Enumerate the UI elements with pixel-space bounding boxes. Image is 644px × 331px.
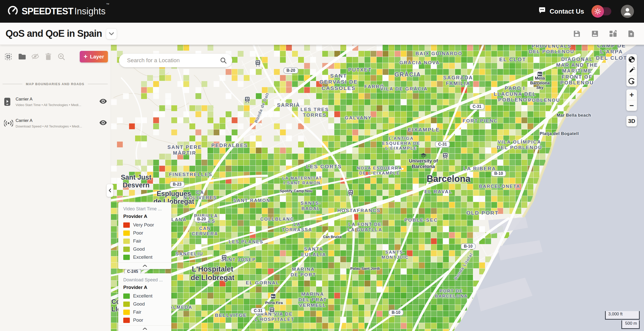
add-map-selection-icon bbox=[5, 53, 12, 60]
legend-swatch bbox=[123, 222, 130, 228]
map-area: SANTGERVASI DECASSOLESPUTXETFARRÓGRÀCIAG… bbox=[111, 45, 644, 331]
legend-swatch bbox=[123, 302, 130, 307]
legend-swatch bbox=[123, 310, 130, 315]
save-icon bbox=[573, 30, 581, 38]
file-export-icon bbox=[628, 30, 634, 38]
zoom-to-layer-icon bbox=[58, 53, 65, 60]
layout-expand-icon bbox=[609, 30, 617, 38]
brand-trademark: ™ bbox=[106, 3, 109, 6]
location-search bbox=[119, 54, 232, 67]
legend-collapse-button[interactable] bbox=[118, 325, 171, 331]
select-area-button[interactable] bbox=[626, 76, 637, 86]
legend-swatch bbox=[123, 318, 130, 323]
top-header: SPEEDTEST Insights™ Contact Us bbox=[0, 0, 644, 23]
zoom-to-layer-button[interactable] bbox=[55, 51, 68, 62]
chevron-down-icon bbox=[109, 32, 114, 35]
save-button[interactable] bbox=[573, 29, 581, 38]
chevron-left-icon bbox=[109, 188, 111, 192]
legend-swatch bbox=[123, 239, 130, 244]
layer-visibility-button[interactable] bbox=[98, 98, 109, 105]
zoom-controls: + − bbox=[626, 89, 637, 111]
map-style-controls bbox=[626, 54, 637, 86]
legend-metric: Video Start Time ... bbox=[123, 206, 166, 212]
legend-swatch bbox=[123, 247, 130, 252]
legend-label: Good bbox=[133, 301, 145, 307]
legend-swatch bbox=[123, 255, 130, 260]
folder-button[interactable] bbox=[16, 51, 29, 62]
eye-icon bbox=[99, 98, 107, 105]
legend-provider: Provider A bbox=[123, 214, 166, 219]
brand-primary: SPEEDTEST bbox=[22, 6, 73, 16]
page-title: QoS and QoE in Spain bbox=[6, 28, 102, 39]
three-d-button[interactable]: 3D bbox=[626, 116, 637, 126]
map-canvas[interactable] bbox=[111, 45, 644, 331]
section-divider: MAP BOUNDARIES AND ROADS bbox=[3, 82, 108, 86]
user-avatar[interactable] bbox=[621, 5, 634, 18]
search-icon[interactable] bbox=[220, 57, 227, 64]
layer-item[interactable]: Carrier ADownload Speed • All Technologi… bbox=[4, 115, 109, 131]
basemap-globe-button[interactable] bbox=[626, 54, 637, 65]
layer-name: Carrier A bbox=[16, 97, 98, 102]
layer-toolbar: + Layer bbox=[5, 50, 108, 63]
search-input[interactable] bbox=[127, 57, 220, 64]
draw-icon bbox=[628, 67, 635, 74]
contact-us-button[interactable]: Contact Us bbox=[538, 7, 584, 16]
scale-metric: 500 m bbox=[621, 320, 640, 329]
legend-row: Poor bbox=[123, 317, 166, 323]
legend-provider: Provider A bbox=[123, 285, 166, 290]
user-avatar-icon bbox=[624, 7, 631, 15]
chevron-up-icon bbox=[143, 327, 147, 330]
legend-row: Good bbox=[123, 246, 166, 252]
legend-row: Excellent bbox=[123, 293, 166, 299]
scale-imperial: 3,000 ft bbox=[605, 311, 640, 320]
layer-item[interactable]: Carrier AVideo Start Time • All Technolo… bbox=[4, 94, 109, 110]
layer-details: Video Start Time • All Technologies • Me… bbox=[16, 103, 98, 107]
legend-row: Very Poor bbox=[123, 222, 166, 228]
title-dropdown-button[interactable] bbox=[106, 28, 117, 39]
layer-visibility-button[interactable] bbox=[98, 120, 109, 126]
legend-row: Good bbox=[123, 301, 166, 307]
legend-label: Fair bbox=[133, 309, 141, 315]
video-layer-icon bbox=[4, 97, 16, 106]
legend-label: Excellent bbox=[133, 254, 152, 260]
add-map-selection-button[interactable] bbox=[5, 51, 16, 62]
legend-label: Good bbox=[133, 246, 145, 252]
legend-row: Fair bbox=[123, 309, 166, 315]
legend-row: Fair bbox=[123, 238, 166, 244]
legend-metric: Download Speed ... bbox=[123, 277, 166, 283]
zoom-out-button[interactable]: − bbox=[626, 100, 637, 111]
export-image-button[interactable] bbox=[591, 29, 599, 38]
add-layer-label: Layer bbox=[90, 54, 104, 60]
hide-all-layers-button[interactable] bbox=[29, 51, 42, 62]
layers-sidebar: + Layer MAP BOUNDARIES AND ROADS Carrier… bbox=[0, 45, 111, 331]
sidebar-collapse-handle[interactable] bbox=[106, 184, 113, 197]
legend-label: Very Poor bbox=[133, 222, 154, 228]
export-file-button[interactable] bbox=[627, 29, 635, 38]
brand-secondary: Insights bbox=[74, 6, 106, 16]
plus-icon: + bbox=[84, 53, 87, 60]
legend-swatch bbox=[123, 230, 130, 236]
legend-label: Fair bbox=[133, 238, 141, 244]
brand-logo[interactable]: SPEEDTEST Insights™ bbox=[7, 5, 109, 18]
folder-icon bbox=[18, 53, 26, 60]
delete-icon bbox=[45, 53, 52, 60]
zoom-in-button[interactable]: + bbox=[626, 89, 637, 100]
legend-label: Poor bbox=[133, 230, 143, 236]
add-layer-button[interactable]: + Layer bbox=[80, 51, 108, 62]
title-bar: QoS and QoE in Spain bbox=[0, 23, 644, 45]
chat-bubble-icon bbox=[538, 7, 546, 16]
hide-all-icon bbox=[31, 53, 39, 60]
draw-shape-button[interactable] bbox=[626, 65, 637, 76]
legend-swatch bbox=[123, 293, 130, 299]
contact-us-label: Contact Us bbox=[550, 8, 584, 15]
eye-icon bbox=[99, 120, 107, 126]
light-mode-sun-icon bbox=[591, 5, 604, 18]
select-area-icon bbox=[628, 78, 635, 85]
open-dashboard-button[interactable] bbox=[609, 29, 617, 38]
theme-toggle[interactable] bbox=[594, 7, 611, 15]
layer-details: Download Speed • All Technologies • Medi… bbox=[16, 124, 98, 128]
legend-row: Poor bbox=[123, 230, 166, 236]
delete-layer-button[interactable] bbox=[42, 51, 55, 62]
legend-collapse-button[interactable] bbox=[118, 262, 171, 269]
map-legend-card: Video Start Time ...Provider AVery PoorP… bbox=[118, 202, 171, 269]
